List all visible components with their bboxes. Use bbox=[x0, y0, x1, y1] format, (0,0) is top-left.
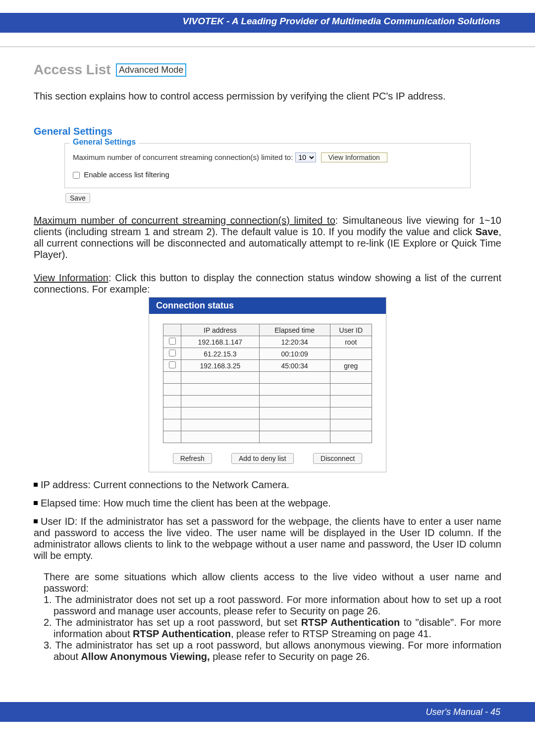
cell-ip: 61.22.15.3 bbox=[181, 348, 260, 360]
col-ip-address: IP address bbox=[181, 324, 260, 336]
connection-status-title: Connection status bbox=[149, 298, 386, 314]
max-connections-lead: Maximum number of concurrent streaming c… bbox=[34, 215, 335, 226]
enable-filtering-label: Enable access list filtering bbox=[84, 170, 169, 179]
bullet-icon bbox=[34, 483, 38, 487]
connection-status-buttons: Refresh Add to deny list Disconnect bbox=[163, 453, 372, 464]
cell-elapsed: 12:20:34 bbox=[259, 336, 330, 348]
cell-ip: 192.168.1.147 bbox=[181, 336, 260, 348]
intro-text: This section explains how to control acc… bbox=[34, 91, 501, 102]
situation-2: 2. The administrator has set up a root p… bbox=[34, 617, 501, 640]
bullet-elapsed-time: Elapsed time: How much time the client h… bbox=[34, 498, 501, 509]
table-row-empty bbox=[163, 419, 372, 431]
bullet-icon bbox=[34, 501, 38, 505]
advanced-mode-badge: Advanced Mode bbox=[116, 63, 186, 77]
cell-user: root bbox=[330, 336, 372, 348]
table-row-empty bbox=[163, 396, 372, 407]
view-information-lead: View Information bbox=[34, 272, 108, 283]
paragraph-max-connections: Maximum number of concurrent streaming c… bbox=[34, 215, 501, 260]
bullet-list: IP address: Current connections to the N… bbox=[34, 479, 501, 561]
general-settings-panel: General Settings Maximum number of concu… bbox=[64, 143, 471, 203]
table-row: 192.168.3.2545:00:34greg bbox=[163, 360, 372, 372]
enable-filtering-row: Enable access list filtering bbox=[73, 170, 462, 179]
header-title: VIVOTEK - A Leading Provider of Multimed… bbox=[183, 16, 500, 26]
view-information-button[interactable]: View Information bbox=[321, 152, 387, 162]
paragraph-view-information: View Information: Click this button to d… bbox=[34, 272, 501, 295]
page-header: VIVOTEK - A Leading Provider of Multimed… bbox=[0, 13, 535, 33]
row-checkbox[interactable] bbox=[169, 350, 176, 356]
cell-elapsed: 00:10:09 bbox=[259, 348, 330, 360]
col-elapsed-time: Elapsed time bbox=[259, 324, 330, 336]
footer-text: User's Manual - 45 bbox=[426, 707, 501, 717]
situations-intro: There are some situations which allow cl… bbox=[34, 571, 501, 594]
bullet-icon bbox=[34, 519, 38, 523]
general-settings-fieldset: General Settings Maximum number of concu… bbox=[64, 143, 471, 188]
page-title: Access List bbox=[34, 62, 111, 78]
title-row: Access List Advanced Mode bbox=[34, 62, 501, 78]
cell-user bbox=[330, 348, 372, 360]
table-row-empty bbox=[163, 372, 372, 384]
table-row-empty bbox=[163, 407, 372, 419]
table-row-empty bbox=[163, 431, 372, 443]
col-user-id: User ID bbox=[330, 324, 372, 336]
max-connections-label: Maximum number of concurrent streaming c… bbox=[73, 153, 293, 161]
disconnect-button[interactable]: Disconnect bbox=[313, 453, 362, 464]
row-checkbox[interactable] bbox=[169, 338, 176, 345]
max-connections-select[interactable]: 10 bbox=[295, 152, 316, 162]
max-connections-row: Maximum number of concurrent streaming c… bbox=[73, 152, 462, 162]
general-settings-heading: General Settings bbox=[34, 126, 501, 137]
situation-1: 1. The administrator does not set up a r… bbox=[34, 594, 501, 617]
connection-status-window: Connection status IP address Elapsed tim… bbox=[149, 297, 386, 472]
table-row: 192.168.1.14712:20:34root bbox=[163, 336, 372, 348]
cell-ip: 192.168.3.25 bbox=[181, 360, 260, 372]
page-footer: User's Manual - 45 bbox=[0, 702, 535, 722]
cell-user: greg bbox=[330, 360, 372, 372]
cell-elapsed: 45:00:34 bbox=[259, 360, 330, 372]
add-to-deny-list-button[interactable]: Add to deny list bbox=[231, 453, 294, 464]
enable-filtering-checkbox[interactable] bbox=[73, 172, 80, 179]
table-row: 61.22.15.300:10:09 bbox=[163, 348, 372, 360]
table-row-empty bbox=[163, 384, 372, 396]
col-checkbox bbox=[163, 324, 181, 336]
refresh-button[interactable]: Refresh bbox=[173, 453, 212, 464]
situation-3: 3. The administrator has set up a root p… bbox=[34, 640, 501, 662]
bullet-ip-address: IP address: Current connections to the N… bbox=[34, 479, 501, 491]
fieldset-legend: General Settings bbox=[70, 138, 139, 147]
connection-status-table: IP address Elapsed time User ID 192.168.… bbox=[163, 324, 372, 443]
bullet-user-id: User ID: If the administrator has set a … bbox=[34, 516, 501, 561]
save-button[interactable]: Save bbox=[65, 193, 90, 203]
row-checkbox[interactable] bbox=[169, 361, 176, 368]
